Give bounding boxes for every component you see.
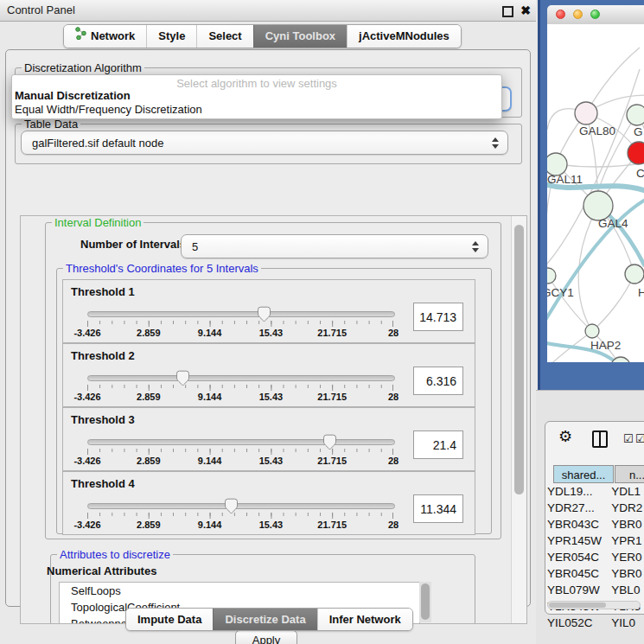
- table-row[interactable]: YBR043CYBR0: [547, 518, 644, 534]
- slider-track[interactable]: [87, 375, 395, 381]
- algorithm-dropdown-popup: Select algorithm to view settings Manual…: [11, 74, 502, 119]
- tick-label: 9.144: [182, 456, 238, 466]
- table-row[interactable]: YDL19...YDL1: [547, 485, 644, 501]
- network-canvas[interactable]: GAL80GCGAL11GAL4GCY1HHAP2: [547, 24, 644, 362]
- table-row[interactable]: YPR145WYPR1: [547, 534, 644, 551]
- tab-style[interactable]: Style: [146, 25, 196, 48]
- control-panel: Control Panel ✖ NetworkStyleSelectCyni T…: [0, 0, 536, 644]
- gear-icon[interactable]: ⚙: [558, 427, 572, 446]
- tab-discretize-data[interactable]: Discretize Data: [213, 609, 316, 630]
- popup-hint: Select algorithm to view settings: [12, 77, 501, 90]
- minimize-traffic-light-icon[interactable]: [573, 10, 583, 19]
- attribute-list-item[interactable]: SelfLoops: [60, 583, 419, 599]
- attributes-list-scrollbar[interactable]: [419, 582, 431, 622]
- arrow-up-icon: [492, 137, 499, 142]
- slider-track[interactable]: [87, 311, 395, 317]
- tick-label: 2.859: [121, 328, 176, 338]
- tick-label: 9.144: [182, 520, 238, 530]
- threshold-value-box[interactable]: 6.316: [413, 367, 463, 395]
- tab-label: Infer Network: [329, 609, 401, 631]
- node-label: GCY1: [547, 286, 574, 299]
- tab-select[interactable]: Select: [196, 25, 252, 48]
- node-label: C: [636, 167, 644, 180]
- threshold-slider[interactable]: -3.4262.8599.14415.4321.71528: [87, 306, 393, 341]
- algorithm-option[interactable]: Manual Discretization: [15, 89, 131, 102]
- tab-label: jActiveMNodules: [359, 25, 450, 48]
- table-row[interactable]: YIL052CYIL0: [547, 616, 644, 633]
- apply-button[interactable]: Apply: [235, 630, 297, 644]
- tab-jactivemnodules[interactable]: jActiveMNodules: [347, 25, 461, 48]
- table-row[interactable]: YBL079WYBL0: [547, 583, 644, 600]
- stepper-icon[interactable]: [488, 137, 503, 149]
- cell-name: YER0: [611, 551, 644, 567]
- threshold-value-box[interactable]: 11.344: [413, 494, 463, 523]
- slider-track[interactable]: [87, 503, 395, 509]
- column-header-name[interactable]: n...: [615, 465, 644, 483]
- slider-tick-labels: -3.4262.8599.14415.4321.71528: [87, 328, 393, 338]
- threshold-value-box[interactable]: 14.713: [413, 303, 463, 331]
- slider-ticks: [87, 449, 393, 455]
- node-label: HAP2: [590, 339, 621, 352]
- slider-ticks: [87, 513, 393, 519]
- tab-cyni-toolbox[interactable]: Cyni Toolbox: [253, 25, 347, 48]
- threshold-label: Threshold 1: [71, 285, 135, 298]
- network-node-c[interactable]: [628, 142, 644, 164]
- cell-shared-name: YBL079W: [547, 583, 611, 600]
- scrollbar-thumb[interactable]: [421, 583, 430, 620]
- table-row[interactable]: YER054CYER0: [547, 551, 644, 567]
- node-label: GAL11: [547, 173, 583, 186]
- network-node-hap2[interactable]: [585, 324, 599, 338]
- cell-shared-name: YDL19...: [547, 485, 611, 501]
- tab-infer-network[interactable]: Infer Network: [317, 609, 412, 630]
- algorithm-option[interactable]: Equal Width/Frequency Discretization: [15, 103, 202, 116]
- number-of-intervals-combobox[interactable]: 5: [181, 234, 488, 258]
- table-horizontal-scrollbar[interactable]: [547, 601, 641, 609]
- tick-label: -3.426: [60, 456, 115, 466]
- network-node-gal80[interactable]: [575, 102, 597, 124]
- slider-track[interactable]: [87, 439, 395, 445]
- network-node-h[interactable]: [625, 265, 644, 284]
- table-row[interactable]: YBR045CYBR0: [547, 567, 644, 583]
- tick-label: 2.859: [121, 392, 176, 402]
- group-title: Table Data: [22, 118, 80, 131]
- slider-ticks: [87, 321, 393, 327]
- tab-impute-data[interactable]: Impute Data: [126, 609, 213, 630]
- cell-shared-name: YBR043C: [547, 518, 611, 534]
- network-node[interactable]: [611, 357, 630, 362]
- column-header-shared[interactable]: shared...: [553, 465, 614, 483]
- group-title: Discretization Algorithm: [22, 61, 144, 74]
- zoom-traffic-light-icon[interactable]: [590, 10, 600, 19]
- tab-network[interactable]: Network: [64, 25, 146, 48]
- close-icon[interactable]: ✖: [520, 0, 531, 21]
- tick-label: 15.43: [243, 392, 298, 402]
- network-window-titlebar: [547, 5, 644, 25]
- checkbox-checked-icon[interactable]: ☑: [635, 432, 644, 445]
- tick-label: 21.715: [304, 456, 360, 466]
- network-node-g[interactable]: [627, 105, 644, 125]
- node-label: GAL80: [579, 124, 615, 137]
- scrollbar-thumb[interactable]: [514, 225, 524, 494]
- table-data-combobox[interactable]: galFiltered.sif default node: [21, 131, 508, 155]
- cell-name: YDR2: [611, 501, 644, 518]
- threshold-slider[interactable]: -3.4262.8599.14415.4321.71528: [87, 498, 393, 532]
- cell-shared-name: YBR045C: [547, 567, 611, 583]
- cyni-toolbox-panel: Discretization Algorithm Table Data galF…: [5, 49, 531, 607]
- number-of-intervals-label: Number of Intervals: [80, 238, 186, 251]
- network-node-gcy1[interactable]: [547, 268, 556, 284]
- network-node-gal4[interactable]: [583, 191, 613, 220]
- close-traffic-light-icon[interactable]: [556, 10, 565, 19]
- float-window-icon[interactable]: [502, 6, 513, 17]
- bottom-tab-bar: Impute DataDiscretize DataInfer Network: [125, 608, 413, 631]
- column-layout-icon[interactable]: [592, 430, 608, 448]
- table-row[interactable]: YDR27...YDR2: [547, 501, 644, 518]
- checkbox-checked-icon[interactable]: ☑: [623, 432, 634, 445]
- threshold-value-box[interactable]: 21.4: [413, 430, 463, 459]
- control-panel-titlebar: Control Panel ✖: [0, 0, 536, 22]
- threshold-slider[interactable]: -3.4262.8599.14415.4321.71528: [87, 434, 393, 469]
- stepper-icon[interactable]: [468, 241, 483, 252]
- scrollbar-thumb[interactable]: [549, 603, 606, 608]
- threshold-slider[interactable]: -3.4262.8599.14415.4321.71528: [87, 370, 393, 405]
- tab-label: Discretize Data: [225, 609, 305, 631]
- tick-label: 15.43: [243, 328, 298, 338]
- panel-vertical-scrollbar[interactable]: [511, 216, 526, 623]
